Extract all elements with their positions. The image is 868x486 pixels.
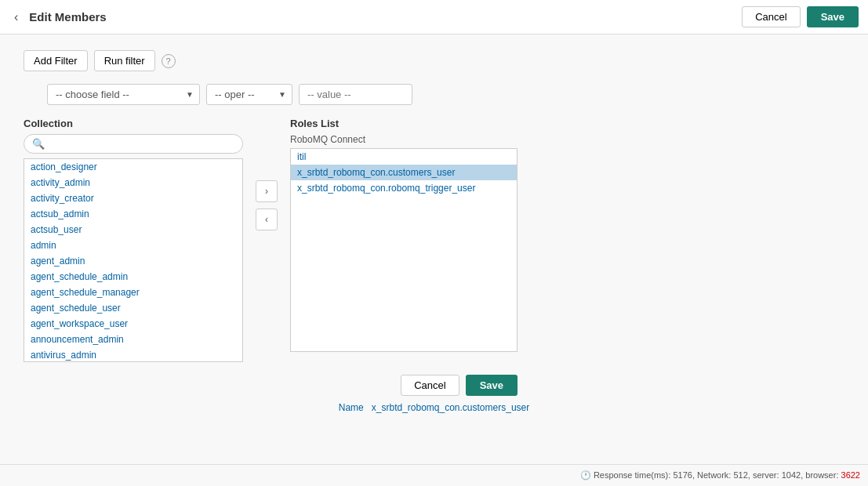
response-time-value: 5176: [673, 470, 692, 480]
run-filter-button[interactable]: Run filter: [94, 50, 155, 71]
bottom-cancel-button[interactable]: Cancel: [401, 375, 459, 396]
response-info: 🕐 Response time(ms): 5176, Network: 512,…: [580, 470, 860, 481]
collection-list[interactable]: action_designer activity_admin activity_…: [24, 158, 243, 362]
panels-wrapper: Collection 🔍 action_designer activity_ad…: [24, 118, 844, 362]
status-bar: 🕐 Response time(ms): 5176, Network: 512,…: [0, 464, 868, 486]
add-filter-button[interactable]: Add Filter: [24, 50, 88, 71]
list-item[interactable]: agent_workspace_user: [24, 316, 242, 332]
name-label-text: Name: [339, 402, 364, 413]
network-label: Network:: [697, 470, 731, 480]
list-item[interactable]: antivirus_admin: [24, 347, 242, 362]
network-value: 512: [733, 470, 747, 480]
list-item[interactable]: actsub_user: [24, 222, 242, 238]
collection-label: Collection: [24, 118, 243, 129]
server-value: 1042: [782, 470, 801, 480]
choose-field-wrapper: -- choose field -- ▼: [47, 84, 200, 105]
list-item[interactable]: agent_admin: [24, 253, 242, 269]
search-icon: 🔍: [32, 138, 45, 150]
top-bar-left: ‹ Edit Members: [9, 7, 107, 27]
oper-select[interactable]: -- oper --: [206, 84, 292, 105]
filter-bar: Add Filter Run filter ?: [24, 50, 844, 71]
help-icon[interactable]: ?: [162, 54, 176, 68]
list-item[interactable]: agent_schedule_manager: [24, 285, 242, 300]
list-item[interactable]: actsub_admin: [24, 206, 242, 222]
browser-value: 3622: [841, 470, 860, 480]
search-box: 🔍: [24, 134, 243, 154]
choose-field-select[interactable]: -- choose field --: [47, 84, 200, 105]
list-item[interactable]: action_designer: [24, 159, 242, 175]
top-cancel-button[interactable]: Cancel: [742, 6, 800, 27]
list-item[interactable]: announcement_admin: [24, 332, 242, 347]
list-item[interactable]: agent_schedule_admin: [24, 269, 242, 285]
move-right-button[interactable]: ›: [256, 180, 278, 202]
value-input[interactable]: [299, 84, 412, 105]
browser-label: browser:: [805, 470, 838, 480]
list-item[interactable]: activity_admin: [24, 175, 242, 190]
arrow-buttons: › ‹: [243, 180, 290, 230]
roles-list[interactable]: itil x_srbtd_robomq_con.customers_user x…: [290, 148, 518, 352]
filter-row: -- choose field -- ▼ -- oper -- ▼: [47, 84, 844, 105]
roles-panel: Roles List RoboMQ Connect itil x_srbtd_r…: [290, 118, 518, 352]
name-value: x_srbtd_robomq_con.customers_user: [372, 402, 529, 413]
roles-list-item[interactable]: itil: [291, 149, 517, 165]
move-left-button[interactable]: ‹: [256, 209, 278, 230]
roles-sub-label: RoboMQ Connect: [290, 134, 518, 145]
bottom-save-button[interactable]: Save: [466, 375, 518, 396]
list-item[interactable]: admin: [24, 238, 242, 253]
top-bar-right: Cancel Save: [742, 6, 859, 27]
roles-list-label: Roles List: [290, 118, 518, 129]
clock-icon: 🕐: [580, 470, 591, 480]
list-item[interactable]: agent_schedule_user: [24, 300, 242, 316]
roles-list-item[interactable]: x_srbtd_robomq_con.robomq_trigger_user: [291, 180, 517, 196]
list-item[interactable]: activity_creator: [24, 190, 242, 206]
roles-list-item-selected[interactable]: x_srbtd_robomq_con.customers_user: [291, 165, 517, 180]
name-info: Name x_srbtd_robomq_con.customers_user: [24, 402, 844, 413]
response-time-label: Response time(ms):: [594, 470, 670, 480]
back-button[interactable]: ‹: [9, 7, 23, 27]
collection-search-input[interactable]: [49, 138, 234, 150]
top-save-button[interactable]: Save: [807, 6, 859, 27]
bottom-actions: Cancel Save: [24, 375, 518, 396]
collection-panel: Collection 🔍 action_designer activity_ad…: [24, 118, 243, 362]
oper-wrapper: -- oper -- ▼: [206, 84, 292, 105]
main-content: Add Filter Run filter ? -- choose field …: [0, 34, 868, 486]
page-title: Edit Members: [29, 10, 106, 24]
top-bar: ‹ Edit Members Cancel Save: [0, 0, 868, 34]
server-label: server:: [753, 470, 779, 480]
